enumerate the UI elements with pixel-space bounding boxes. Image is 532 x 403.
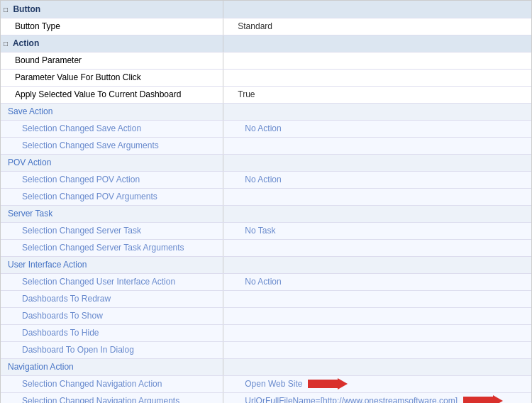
property-grid: □ Button Button Type Standard □ Action B… [0,0,532,403]
label-dashboards-show: Dashboards To Show [1,307,223,324]
section-button-label: Button [13,4,40,14]
label-bound-parameter: Bound Parameter [1,52,223,69]
row-sel-changed-save-args: Selection Changed Save Arguments [1,137,531,154]
section-button[interactable]: □ Button [1,1,531,18]
red-arrow-nav-args [463,395,503,403]
label-sel-ui-action: Selection Changed User Interface Action [1,273,223,290]
value-bound-parameter [223,52,531,69]
label-sel-pov-action: Selection Changed POV Action [1,171,223,188]
value-dashboards-hide [223,324,531,341]
nav-action-text: Open Web Site [245,379,302,389]
section-action-label: Action [13,38,39,48]
value-param-value [223,69,531,86]
label-ui-action: User Interface Action [1,256,223,273]
row-button-type: Button Type Standard [1,18,531,35]
subsection-server-task[interactable]: Server Task [1,205,531,222]
value-dashboards-show [223,307,531,324]
row-dashboards-show: Dashboards To Show [1,307,531,324]
label-sel-nav-args: Selection Changed Navigation Arguments [1,392,223,403]
value-sel-server-task-args [223,239,531,256]
label-pov-action: POV Action [1,154,223,171]
value-sel-ui-action: No Action [223,273,531,290]
value-dashboards-redraw [223,290,531,307]
value-sel-nav-action: Open Web Site [223,375,531,392]
row-dashboards-redraw: Dashboards To Redraw [1,290,531,307]
value-sel-pov-args [223,188,531,205]
nav-args-text: UrlOrFullFileName=[http://www.onestreams… [245,396,458,403]
row-sel-changed-server-task-args: Selection Changed Server Task Arguments [1,239,531,256]
red-arrow-nav-action [308,378,348,390]
subsection-pov-action[interactable]: POV Action [1,154,531,171]
label-sel-server-task: Selection Changed Server Task [1,222,223,239]
section-action[interactable]: □ Action [1,35,531,52]
value-button-type: Standard [223,18,531,35]
row-sel-changed-nav-action: Selection Changed Navigation Action Open… [1,375,531,392]
value-dashboard-open-dialog [223,341,531,358]
row-sel-changed-server-task: Selection Changed Server Task No Task [1,222,531,239]
label-nav-action: Navigation Action [1,358,223,375]
value-sel-server-task: No Task [223,222,531,239]
subsection-save-action[interactable]: Save Action [1,103,531,120]
subsection-ui-action[interactable]: User Interface Action [1,256,531,273]
expand-icon-button: □ [4,6,8,13]
row-sel-changed-save-action: Selection Changed Save Action No Action [1,120,531,137]
label-server-task: Server Task [1,205,223,222]
label-sel-server-task-args: Selection Changed Server Task Arguments [1,239,223,256]
value-sel-save-action: No Action [223,120,531,137]
row-bound-parameter: Bound Parameter [1,52,531,69]
label-sel-save-args: Selection Changed Save Arguments [1,137,223,154]
label-dashboard-open-dialog: Dashboard To Open In Dialog [1,341,223,358]
row-apply-selected: Apply Selected Value To Current Dashboar… [1,86,531,103]
label-sel-nav-action: Selection Changed Navigation Action [1,375,223,392]
label-dashboards-hide: Dashboards To Hide [1,324,223,341]
row-sel-changed-ui-action: Selection Changed User Interface Action … [1,273,531,290]
subsection-nav-action[interactable]: Navigation Action [1,358,531,375]
row-sel-changed-nav-args: Selection Changed Navigation Arguments U… [1,392,531,403]
label-sel-pov-args: Selection Changed POV Arguments [1,188,223,205]
row-dashboard-open-dialog: Dashboard To Open In Dialog [1,341,531,358]
row-dashboards-hide: Dashboards To Hide [1,324,531,341]
value-sel-nav-args: UrlOrFullFileName=[http://www.onestreams… [223,392,531,403]
label-sel-save-action: Selection Changed Save Action [1,120,223,137]
label-dashboards-redraw: Dashboards To Redraw [1,290,223,307]
row-sel-changed-pov-args: Selection Changed POV Arguments [1,188,531,205]
label-apply-selected: Apply Selected Value To Current Dashboar… [1,86,223,103]
row-sel-changed-pov-action: Selection Changed POV Action No Action [1,171,531,188]
label-param-value: Parameter Value For Button Click [1,69,223,86]
expand-icon-action: □ [4,40,8,48]
label-button-type: Button Type [1,18,223,35]
row-param-value: Parameter Value For Button Click [1,69,531,86]
value-apply-selected: True [223,86,531,103]
value-sel-pov-action: No Action [223,171,531,188]
value-sel-save-args [223,137,531,154]
label-save-action: Save Action [1,103,223,120]
